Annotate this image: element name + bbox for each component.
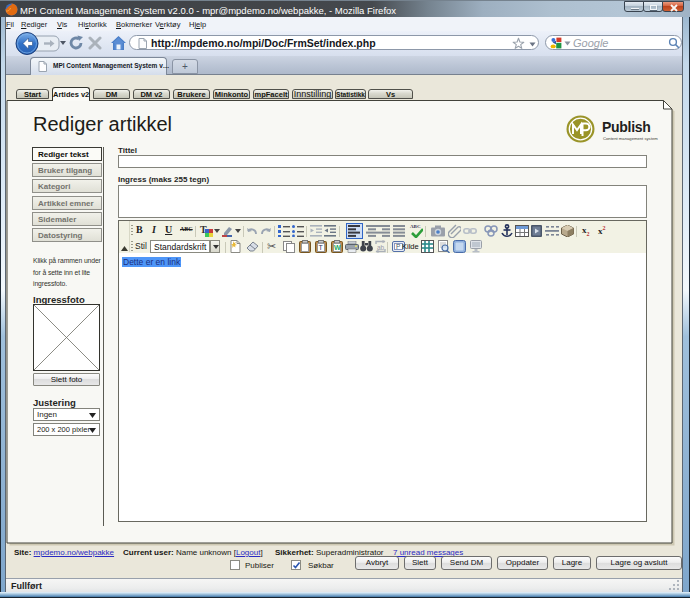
svg-text:T: T — [319, 244, 324, 251]
svg-text:W: W — [334, 244, 341, 251]
svg-text:P: P — [396, 243, 400, 250]
svg-text:ab: ab — [377, 244, 385, 251]
